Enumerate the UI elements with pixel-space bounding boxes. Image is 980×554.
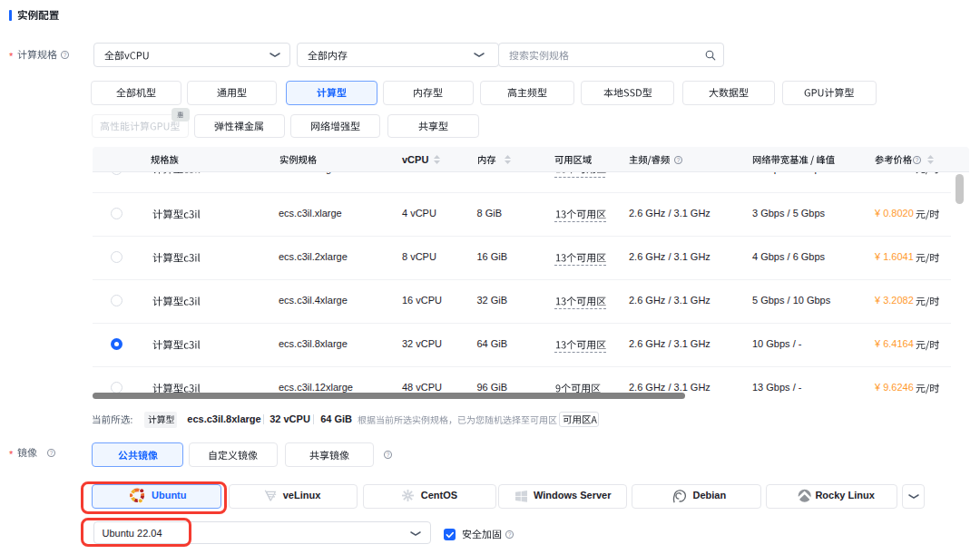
svg-text:?: ? [916, 157, 919, 163]
svg-text:?: ? [676, 157, 680, 163]
svg-text:?: ? [387, 452, 390, 458]
svg-text:?: ? [508, 531, 512, 538]
svg-text:?: ? [50, 450, 54, 456]
svg-text:?: ? [63, 51, 66, 57]
